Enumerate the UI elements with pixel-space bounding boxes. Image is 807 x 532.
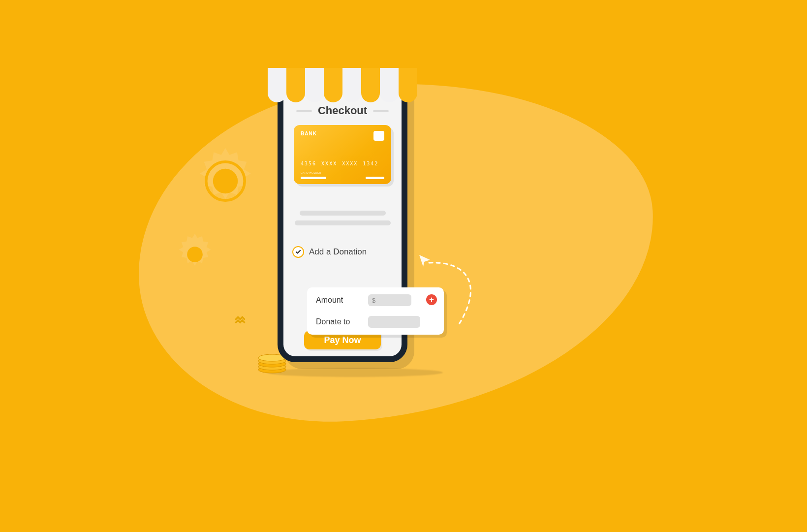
card-number: 4356 XXXX XXXX 1342 <box>301 161 378 166</box>
card-digit-group: XXXX <box>321 161 337 166</box>
currency-prefix: $ <box>372 297 375 304</box>
donation-popup: Amount $ Donate to <box>307 287 444 335</box>
gear-small-icon <box>173 233 217 278</box>
amount-input[interactable]: $ <box>368 294 411 306</box>
divider-line <box>296 110 312 112</box>
content-placeholder-line <box>300 211 386 216</box>
divider-line <box>373 110 389 112</box>
svg-point-0 <box>213 169 238 193</box>
store-awning-icon <box>268 68 417 102</box>
gear-large-icon <box>191 147 260 218</box>
card-digit-group: XXXX <box>342 161 358 166</box>
content-placeholder-line <box>295 220 391 225</box>
card-expiry-placeholder <box>366 177 384 179</box>
donation-label: Add a Donation <box>309 247 367 257</box>
card-chip-icon <box>373 131 384 141</box>
card-digit-group: 4356 <box>301 161 316 166</box>
checkout-title-row: Checkout <box>292 104 393 117</box>
plus-icon <box>429 297 435 303</box>
svg-point-2 <box>187 247 203 262</box>
donate-to-label: Donate to <box>316 317 361 326</box>
credit-card[interactable]: BANK 4356 XXXX XXXX 1342 CARD HOLDER <box>294 125 391 184</box>
add-donation-button[interactable] <box>426 294 437 305</box>
card-holder-label: CARD HOLDER <box>301 171 321 174</box>
card-bank-label: BANK <box>301 131 384 136</box>
page-title: Checkout <box>318 104 367 117</box>
check-icon <box>295 249 301 255</box>
donate-to-input[interactable] <box>368 316 420 328</box>
pay-now-label: Pay Now <box>324 335 361 345</box>
card-digit-group: 1342 <box>363 161 378 166</box>
donation-checkbox[interactable] <box>292 246 304 258</box>
ground-shadow <box>266 368 443 377</box>
add-donation-row[interactable]: Add a Donation <box>292 246 393 258</box>
squiggle-icon <box>234 315 247 328</box>
card-holder-placeholder <box>301 177 326 179</box>
amount-label: Amount <box>316 296 361 305</box>
